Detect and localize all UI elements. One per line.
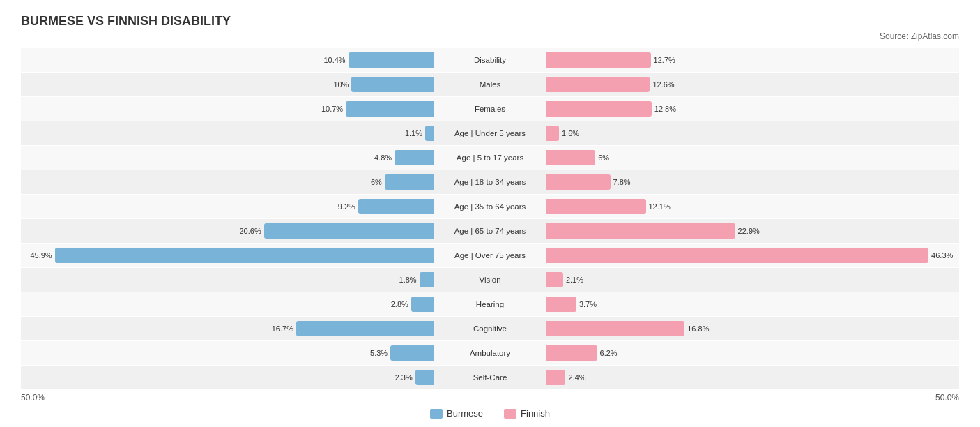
burmese-bar xyxy=(390,345,434,361)
row-label: Age | 65 to 74 years xyxy=(434,227,546,235)
burmese-value: 4.8% xyxy=(374,153,392,162)
finnish-value: 2.4% xyxy=(568,373,585,382)
right-side: 2.4% xyxy=(546,370,959,385)
table-row: 45.9%Age | Over 75 years46.3% xyxy=(21,244,959,267)
right-side: 6.2% xyxy=(546,345,959,361)
burmese-value: 2.8% xyxy=(391,300,408,308)
left-side: 6% xyxy=(21,174,434,190)
right-side: 1.6% xyxy=(546,126,959,141)
table-row: 1.8%Vision2.1% xyxy=(21,268,959,292)
left-side: 5.3% xyxy=(21,345,434,361)
finnish-bar xyxy=(546,370,565,385)
row-label: Vision xyxy=(434,276,546,284)
table-row: 4.8%Age | 5 to 17 years6% xyxy=(21,146,959,170)
right-side: 2.1% xyxy=(546,272,959,287)
row-label: Cognitive xyxy=(434,324,546,333)
finnish-bar xyxy=(546,248,928,263)
table-row: 2.8%Hearing3.7% xyxy=(21,292,959,316)
burmese-bar xyxy=(358,199,434,214)
row-label: Age | 18 to 34 years xyxy=(434,178,546,186)
row-label: Disability xyxy=(434,56,546,64)
left-side: 45.9% xyxy=(21,248,434,263)
right-side: 12.8% xyxy=(546,101,959,117)
burmese-bar xyxy=(385,174,434,190)
burmese-value: 5.3% xyxy=(370,349,388,357)
finnish-bar xyxy=(546,101,652,117)
right-side: 16.8% xyxy=(546,321,959,336)
row-label: Age | 35 to 64 years xyxy=(434,202,546,211)
finnish-value: 1.6% xyxy=(562,129,579,137)
burmese-value: 10% xyxy=(333,80,349,89)
burmese-legend-label: Burmese xyxy=(447,408,483,419)
table-row: 10.7%Females12.8% xyxy=(21,97,959,121)
finnish-value: 6.2% xyxy=(600,349,618,357)
left-side: 2.8% xyxy=(21,297,434,312)
finnish-value: 12.8% xyxy=(654,105,676,113)
left-side: 1.8% xyxy=(21,272,434,287)
finnish-value: 3.7% xyxy=(579,300,597,308)
right-side: 22.9% xyxy=(546,223,959,239)
row-label: Ambulatory xyxy=(434,349,546,357)
right-side: 6% xyxy=(546,150,959,165)
finnish-legend-label: Finnish xyxy=(521,408,550,419)
table-row: 9.2%Age | 35 to 64 years12.1% xyxy=(21,195,959,218)
burmese-bar xyxy=(264,223,434,239)
table-row: 5.3%Ambulatory6.2% xyxy=(21,341,959,365)
burmese-value: 10.4% xyxy=(323,56,345,64)
finnish-bar xyxy=(546,126,559,141)
left-side: 16.7% xyxy=(21,321,434,336)
row-label: Females xyxy=(434,105,546,113)
row-label: Males xyxy=(434,80,546,89)
right-side: 46.3% xyxy=(546,248,959,263)
burmese-bar xyxy=(349,52,434,68)
burmese-bar xyxy=(415,370,434,385)
legend: Burmese Finnish xyxy=(21,408,959,419)
burmese-value: 45.9% xyxy=(30,251,52,260)
source-label: Source: ZipAtlas.com xyxy=(21,31,959,41)
burmese-value: 9.2% xyxy=(338,202,355,211)
finnish-bar xyxy=(546,150,595,165)
finnish-bar xyxy=(546,345,597,361)
row-label: Age | 5 to 17 years xyxy=(434,153,546,162)
legend-finnish: Finnish xyxy=(504,408,550,419)
burmese-legend-box xyxy=(430,409,443,419)
finnish-value: 12.6% xyxy=(652,80,674,89)
finnish-value: 16.8% xyxy=(687,324,709,333)
right-side: 12.7% xyxy=(546,52,959,68)
row-label: Age | Under 5 years xyxy=(434,129,546,137)
finnish-bar xyxy=(546,52,651,68)
finnish-bar xyxy=(546,174,611,190)
right-side: 3.7% xyxy=(546,297,959,312)
chart-container: 10.4%Disability12.7%10%Males12.6%10.7%Fe… xyxy=(21,48,959,390)
burmese-bar xyxy=(296,321,434,336)
burmese-value: 20.6% xyxy=(239,227,261,235)
finnish-value: 6% xyxy=(598,153,609,162)
burmese-value: 1.1% xyxy=(405,129,422,137)
row-label: Hearing xyxy=(434,300,546,308)
finnish-bar xyxy=(546,199,646,214)
row-label: Age | Over 75 years xyxy=(434,251,546,260)
right-side: 7.8% xyxy=(546,174,959,190)
burmese-value: 1.8% xyxy=(399,276,417,284)
table-row: 1.1%Age | Under 5 years1.6% xyxy=(21,121,959,145)
left-side: 10.4% xyxy=(21,52,434,68)
burmese-value: 2.3% xyxy=(395,373,413,382)
burmese-value: 16.7% xyxy=(272,324,293,333)
finnish-value: 12.7% xyxy=(654,56,675,64)
burmese-bar xyxy=(351,77,434,92)
finnish-bar xyxy=(546,321,684,336)
table-row: 2.3%Self-Care2.4% xyxy=(21,366,959,389)
table-row: 10.4%Disability12.7% xyxy=(21,48,959,72)
left-side: 10% xyxy=(21,77,434,92)
burmese-bar xyxy=(346,101,434,117)
left-side: 10.7% xyxy=(21,101,434,117)
burmese-bar xyxy=(411,297,434,312)
finnish-value: 7.8% xyxy=(613,178,631,186)
table-row: 20.6%Age | 65 to 74 years22.9% xyxy=(21,219,959,243)
burmese-value: 6% xyxy=(371,178,382,186)
finnish-value: 12.1% xyxy=(649,202,671,211)
finnish-bar xyxy=(546,297,576,312)
finnish-legend-box xyxy=(504,409,516,419)
finnish-bar xyxy=(546,223,735,239)
left-side: 1.1% xyxy=(21,126,434,141)
